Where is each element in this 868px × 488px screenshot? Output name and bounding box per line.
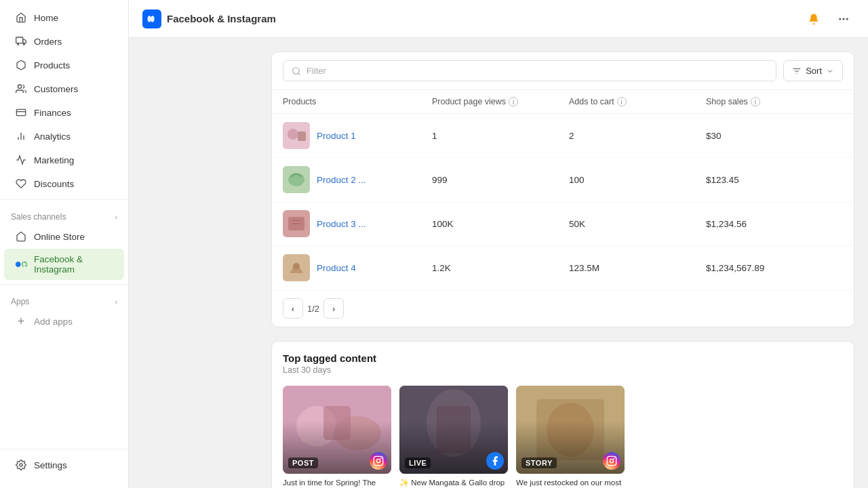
page-views-info-icon[interactable]: i xyxy=(509,97,518,106)
page-views-1: 1 xyxy=(432,131,569,141)
svg-point-40 xyxy=(610,459,613,462)
sidebar-item-discounts[interactable]: Discounts xyxy=(4,172,124,195)
sidebar-item-orders[interactable]: Orders xyxy=(4,30,124,53)
sort-label: Sort xyxy=(806,66,822,76)
settings-label: Settings xyxy=(34,460,67,470)
page-views-3: 100K xyxy=(432,219,569,229)
content-thumb-2: LIVE xyxy=(399,386,508,474)
shop-sales-1: $30 xyxy=(706,131,843,141)
product-name-2[interactable]: Product 2 ... xyxy=(317,175,366,185)
topbar-actions xyxy=(803,8,854,30)
product-cell-3: Product 3 ... xyxy=(283,210,432,237)
svg-rect-17 xyxy=(298,131,306,141)
svg-point-32 xyxy=(380,458,382,459)
section-subtitle: Last 30 days xyxy=(283,365,843,375)
sidebar-divider-3 xyxy=(0,449,128,449)
filter-input-container[interactable]: Filter xyxy=(283,60,776,81)
content-card-1: POST Just in time for Spring! The new F.… xyxy=(283,386,391,488)
sidebar-fb-ig-label: Facebook & Instagram xyxy=(34,254,113,274)
sidebar-divider-1 xyxy=(0,199,128,200)
col-adds-to-cart: Adds to cart i xyxy=(569,97,706,106)
filter-placeholder: Filter xyxy=(307,66,326,76)
svg-point-16 xyxy=(288,129,298,140)
sidebar-item-facebook-instagram[interactable]: Facebook & Instagram xyxy=(4,249,124,280)
next-page-button[interactable]: › xyxy=(323,298,344,319)
sidebar-item-home[interactable]: Home xyxy=(4,6,124,29)
instagram-platform-icon-3 xyxy=(603,452,620,470)
svg-point-3 xyxy=(18,85,21,88)
content-type-badge-3: STORY xyxy=(521,458,557,468)
main-content: Filter Sort Products Product page views … xyxy=(258,38,868,488)
sidebar-item-customers[interactable]: Customers xyxy=(4,77,124,100)
prev-page-button[interactable]: ‹ xyxy=(283,298,303,319)
table-row: Product 3 ... 100K 50K $1,234.56 xyxy=(272,202,854,246)
orders-icon xyxy=(15,35,27,47)
sidebar-analytics-label: Analytics xyxy=(34,131,71,142)
svg-rect-39 xyxy=(607,456,616,465)
sidebar-marketing-label: Marketing xyxy=(34,155,74,165)
sidebar-item-analytics[interactable]: Analytics xyxy=(4,125,124,148)
svg-point-11 xyxy=(843,18,845,20)
adds-to-cart-1: 2 xyxy=(569,131,706,141)
sidebar-item-settings[interactable]: Settings xyxy=(4,453,124,476)
adds-to-cart-info-icon[interactable]: i xyxy=(617,97,627,106)
meta-icon xyxy=(15,258,27,270)
sidebar-discounts-label: Discounts xyxy=(34,179,74,189)
sidebar-item-finances[interactable]: Finances xyxy=(4,101,124,124)
product-name-1[interactable]: Product 1 xyxy=(317,131,356,141)
shop-sales-2: $123.45 xyxy=(706,175,843,185)
chevron-down-icon xyxy=(826,67,834,75)
sidebar-finances-label: Finances xyxy=(34,108,71,118)
dots-icon xyxy=(837,13,850,25)
content-thumb-1: POST xyxy=(283,386,391,474)
svg-point-12 xyxy=(846,18,848,20)
svg-point-8 xyxy=(20,464,22,466)
svg-point-25 xyxy=(293,263,300,270)
sidebar-item-products[interactable]: Products xyxy=(4,54,124,77)
col-page-views: Product page views i xyxy=(432,97,569,106)
adds-to-cart-4: 123.5M xyxy=(569,263,706,273)
settings-icon xyxy=(15,459,27,471)
sidebar-item-online-store[interactable]: Online Store xyxy=(4,225,124,248)
pagination: ‹ 1/2 › xyxy=(272,290,854,327)
products-table-card: Filter Sort Products Product page views … xyxy=(271,52,854,327)
sidebar-online-store-label: Online Store xyxy=(34,232,85,242)
sort-button[interactable]: Sort xyxy=(783,60,843,81)
svg-point-10 xyxy=(839,18,841,20)
plus-icon: + xyxy=(15,315,27,327)
section-header: Top tagged content Last 30 days xyxy=(272,342,854,380)
product-name-3[interactable]: Product 3 ... xyxy=(317,219,366,229)
instagram-platform-icon-1 xyxy=(370,452,387,470)
table-header: Products Product page views i Adds to ca… xyxy=(272,90,854,114)
sidebar-products-label: Products xyxy=(34,60,70,70)
svg-point-2 xyxy=(23,43,24,45)
search-icon xyxy=(292,66,301,76)
shop-sales-4: $1,234,567.89 xyxy=(706,263,843,273)
content-type-badge-2: LIVE xyxy=(405,458,431,468)
product-thumb-3 xyxy=(283,210,310,237)
svg-rect-30 xyxy=(374,456,382,465)
add-apps-button[interactable]: + Add apps xyxy=(4,310,124,333)
content-caption-2: ✨ New Mangata & Gallo drop ✨ Top 5... xyxy=(399,478,508,488)
sales-channels-section: Sales channels › xyxy=(0,204,128,224)
svg-point-1 xyxy=(18,43,19,45)
store-icon xyxy=(15,230,27,243)
add-apps-label: Add apps xyxy=(34,317,73,327)
sidebar-customers-label: Customers xyxy=(34,84,78,94)
product-name-4[interactable]: Product 4 xyxy=(317,263,356,273)
adds-to-cart-3: 50K xyxy=(569,219,706,229)
shop-sales-info-icon[interactable]: i xyxy=(751,97,760,106)
content-card-2: LIVE ✨ New Mangata & Gallo drop ✨ Top 5.… xyxy=(399,386,508,488)
notifications-button[interactable] xyxy=(803,8,825,30)
content-card-3: STORY We just restocked on our most popu… xyxy=(516,386,625,488)
product-cell-4: Product 4 xyxy=(283,254,432,281)
sort-icon xyxy=(792,66,802,76)
meta-logo-icon xyxy=(142,9,161,28)
content-thumb-3: STORY xyxy=(516,386,625,474)
sidebar-divider-2 xyxy=(0,284,128,285)
product-thumb-2 xyxy=(283,166,310,193)
sidebar-item-marketing[interactable]: Marketing xyxy=(4,148,124,171)
products-icon xyxy=(15,59,27,71)
more-options-button[interactable] xyxy=(833,8,854,30)
product-thumb-1 xyxy=(283,122,310,149)
